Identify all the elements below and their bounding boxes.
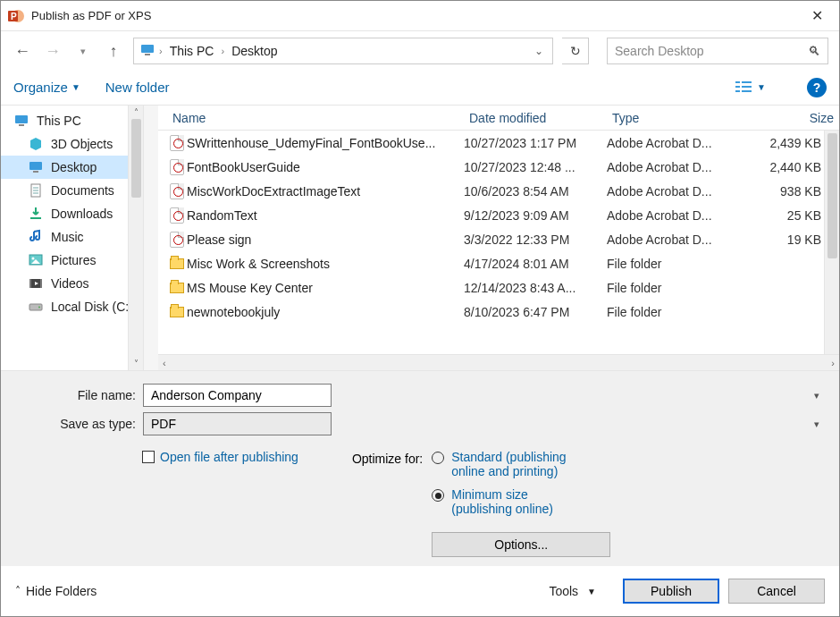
toolbar: Organize▼ New folder ▼ ? — [1, 71, 839, 105]
sidebar: This PC 3D ObjectsDesktopDocumentsDownlo… — [1, 106, 144, 370]
chevron-up-icon[interactable]: ˄ — [134, 107, 139, 117]
file-row[interactable]: FontBookUserGuide10/27/2023 12:48 ...Ado… — [158, 155, 839, 179]
checkbox-icon — [142, 451, 155, 463]
file-type: File folder — [607, 281, 759, 295]
window-title: Publish as PDF or XPS — [31, 9, 796, 22]
documents-icon — [28, 182, 44, 199]
history-dropdown[interactable]: ▾ — [72, 37, 94, 65]
file-row[interactable]: newnotebookjuly8/10/2023 6:47 PMFile fol… — [158, 300, 839, 324]
file-row[interactable]: Misc Work & Screenshots4/17/2024 8:01 AM… — [158, 251, 839, 275]
new-folder-button[interactable]: New folder — [105, 80, 170, 95]
caret-down-icon[interactable]: ▾ — [814, 390, 819, 401]
file-date: 9/12/2023 9:09 AM — [464, 208, 607, 223]
splitter[interactable] — [144, 106, 158, 370]
bottom-panel: File name: ▾ Save as type: ▾ Open file a… — [1, 370, 839, 566]
sidebar-scrollbar[interactable]: ˄ ˅ — [128, 106, 143, 370]
svg-rect-20 — [30, 217, 41, 219]
svg-rect-4 — [145, 54, 150, 55]
monitor-icon — [13, 113, 29, 129]
publish-button[interactable]: Publish — [623, 579, 719, 604]
svg-rect-9 — [735, 90, 740, 92]
svg-rect-15 — [33, 171, 38, 173]
caret-down-icon[interactable]: ▾ — [814, 418, 819, 430]
view-menu[interactable]: ▼ — [735, 80, 766, 95]
file-name: RandomText — [187, 208, 464, 223]
sidebar-item-3d-objects[interactable]: 3D Objects — [1, 132, 143, 156]
svg-rect-10 — [742, 90, 752, 92]
sidebar-item-pictures[interactable]: Pictures — [1, 249, 143, 272]
file-row[interactable]: MS Mouse Key Center12/14/2023 8:43 A...F… — [158, 275, 839, 300]
chevron-left-icon[interactable]: ‹ — [160, 358, 169, 368]
caret-down-icon: ▼ — [757, 82, 766, 92]
help-button[interactable]: ? — [807, 78, 827, 97]
file-type: Adobe Acrobat D... — [607, 136, 759, 150]
file-list: SWrittenhouse_UdemyFinal_FontBookUse...1… — [158, 131, 839, 354]
search-input[interactable]: Search Desktop 🔍︎ — [607, 38, 828, 64]
file-row[interactable]: RandomText9/12/2023 9:09 AMAdobe Acrobat… — [158, 203, 839, 227]
powerpoint-icon: P — [8, 8, 24, 24]
file-name: Please sign — [187, 232, 464, 247]
col-date[interactable]: Date modified — [464, 111, 607, 125]
scrollbar-thumb[interactable] — [827, 133, 837, 258]
scrollbar-thumb[interactable] — [131, 119, 141, 198]
svg-rect-5 — [735, 81, 740, 83]
cancel-button[interactable]: Cancel — [728, 579, 825, 604]
forward-button[interactable]: → — [42, 37, 63, 65]
file-row[interactable]: MiscWorkDocExtractImageText10/6/2023 8:5… — [158, 179, 839, 203]
options-button[interactable]: Options... — [432, 532, 610, 557]
save-dialog-window: P Publish as PDF or XPS ✕ ← → ▾ ↑ › This… — [0, 0, 840, 617]
svg-rect-11 — [15, 115, 28, 123]
file-date: 4/17/2024 8:01 AM — [464, 257, 607, 271]
sidebar-item-documents[interactable]: Documents — [1, 179, 143, 202]
address-dropdown[interactable]: ⌄ — [529, 45, 549, 57]
file-name: MS Mouse Key Center — [187, 281, 464, 295]
chevron-right-icon[interactable]: › — [828, 358, 837, 368]
close-button[interactable]: ✕ — [796, 2, 837, 30]
pdf-icon — [170, 135, 184, 151]
crumb-this-pc[interactable]: This PC — [166, 44, 218, 58]
col-size[interactable]: Size — [759, 111, 839, 125]
organize-menu[interactable]: Organize▼ — [13, 80, 80, 95]
save-as-type-label: Save as type: — [15, 417, 136, 431]
sidebar-item-music[interactable]: Music — [1, 225, 143, 249]
tools-menu[interactable]: Tools ▼ — [549, 584, 596, 598]
horizontal-scrollbar[interactable]: ‹ › — [158, 354, 839, 370]
optimize-standard-radio[interactable]: Standard (publishing online and printing… — [432, 450, 610, 478]
col-type[interactable]: Type — [607, 111, 759, 125]
folder-icon — [170, 307, 184, 317]
sidebar-item-videos[interactable]: Videos — [1, 272, 143, 295]
file-date: 3/3/2022 12:33 PM — [464, 232, 607, 247]
file-scrollbar[interactable] — [824, 131, 839, 354]
file-name: SWrittenhouse_UdemyFinal_FontBookUse... — [187, 136, 464, 150]
hide-folders-toggle[interactable]: ˄ Hide Folders — [15, 584, 97, 598]
address-bar[interactable]: › This PC › Desktop ⌄ — [133, 38, 553, 64]
file-row[interactable]: Please sign3/3/2022 12:33 PMAdobe Acroba… — [158, 227, 839, 251]
save-as-type-select[interactable] — [143, 412, 332, 435]
pictures-icon — [28, 252, 44, 268]
optimize-minimum-radio[interactable]: Minimum size (publishing online) — [432, 487, 610, 516]
up-button[interactable]: ↑ — [103, 37, 124, 65]
sidebar-item-local-disk-c-[interactable]: Local Disk (C:) — [1, 295, 143, 318]
back-button[interactable]: ← — [12, 37, 33, 65]
file-row[interactable]: SWrittenhouse_UdemyFinal_FontBookUse...1… — [158, 131, 839, 155]
col-name[interactable]: Name — [167, 111, 464, 125]
crumb-desktop[interactable]: Desktop — [228, 44, 281, 58]
refresh-button[interactable]: ↻ — [562, 38, 589, 64]
svg-point-22 — [32, 258, 35, 260]
file-type: Adobe Acrobat D... — [607, 160, 759, 174]
monitor-icon — [139, 42, 155, 61]
chevron-down-icon[interactable]: ˅ — [134, 359, 139, 368]
sidebar-item-downloads[interactable]: Downloads — [1, 202, 143, 225]
disk-icon — [28, 299, 44, 315]
file-name-input[interactable] — [143, 384, 332, 407]
svg-rect-7 — [735, 86, 740, 88]
svg-rect-6 — [742, 81, 752, 83]
chevron-right-icon: › — [221, 46, 224, 56]
optimize-label: Optimize for: — [352, 450, 423, 557]
sidebar-item-desktop[interactable]: Desktop — [1, 156, 143, 179]
folder-icon — [170, 283, 184, 293]
file-date: 12/14/2023 8:43 A... — [464, 281, 607, 295]
sidebar-item-this-pc[interactable]: This PC — [1, 109, 143, 132]
column-headers: Name Date modified Type Size — [158, 106, 839, 131]
open-after-checkbox[interactable]: Open file after publishing — [142, 450, 298, 464]
